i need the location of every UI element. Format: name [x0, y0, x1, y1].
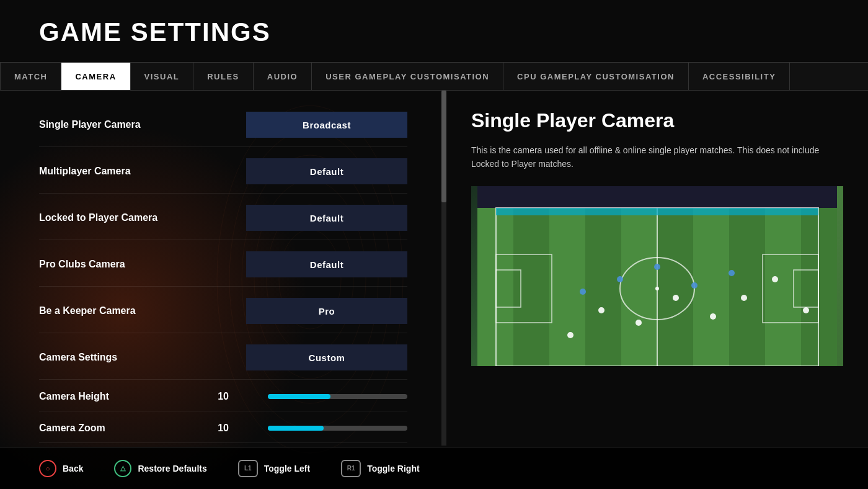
setting-row-single-player-camera: Single Player Camera Broadcast: [39, 103, 407, 147]
camera-preview: [471, 186, 843, 366]
info-title: Single Player Camera: [471, 109, 843, 132]
svg-rect-16: [729, 208, 765, 366]
bottom-action-back: ○ Back: [39, 460, 83, 477]
left-panel: Single Player Camera Broadcast Multiplay…: [0, 91, 446, 446]
bottom-action-toggle-left: L1 Toggle Left: [238, 460, 310, 477]
svg-point-35: [580, 289, 586, 295]
toggle-right-icon[interactable]: R1: [341, 460, 361, 477]
multiplayer-camera-dropdown[interactable]: Default: [246, 158, 407, 184]
camera-zoom-slider[interactable]: [268, 426, 407, 431]
setting-row-camera-settings: Camera Settings Custom: [39, 336, 407, 380]
svg-rect-15: [693, 208, 729, 366]
svg-rect-17: [765, 208, 801, 366]
svg-rect-14: [657, 208, 693, 366]
camera-settings-label: Camera Settings: [39, 352, 175, 363]
camera-height-slider[interactable]: [268, 394, 407, 399]
multiplayer-camera-label: Multiplayer Camera: [39, 166, 175, 177]
setting-row-be-a-keeper-camera: Be a Keeper Camera Pro: [39, 289, 407, 333]
tab-camera[interactable]: CAMERA: [61, 63, 130, 90]
camera-height-label: Camera Height: [39, 391, 175, 402]
locked-to-player-camera-label: Locked to Player Camera: [39, 212, 175, 223]
bottom-bar: ○ Back △ Restore Defaults L1 Toggle Left…: [0, 447, 868, 489]
svg-point-36: [617, 276, 623, 282]
camera-zoom-value: 10: [207, 423, 229, 434]
toggle-left-label: Toggle Left: [264, 464, 310, 473]
camera-height-value: 10: [207, 391, 229, 402]
camera-settings-dropdown[interactable]: Custom: [246, 344, 407, 370]
svg-point-34: [803, 307, 809, 313]
tab-cpu-gameplay[interactable]: CPU GAMEPLAY CUSTOMISATION: [503, 63, 689, 90]
pro-clubs-camera-control: Default: [246, 251, 407, 277]
single-player-camera-label: Single Player Camera: [39, 119, 175, 130]
info-description: This is the camera used for all offline …: [471, 143, 831, 171]
tab-bar: MATCH CAMERA VISUAL RULES AUDIO USER GAM…: [0, 62, 868, 91]
main-content: Single Player Camera Broadcast Multiplay…: [0, 91, 868, 446]
bottom-action-toggle-right: R1 Toggle Right: [341, 460, 420, 477]
svg-point-32: [741, 295, 747, 301]
restore-defaults-icon[interactable]: △: [114, 460, 131, 477]
svg-point-28: [598, 307, 604, 313]
tab-audio[interactable]: AUDIO: [254, 63, 312, 90]
svg-rect-12: [585, 208, 621, 366]
multiplayer-camera-control: Default: [246, 158, 407, 184]
camera-height-fill: [268, 394, 330, 399]
tab-match[interactable]: MATCH: [0, 63, 61, 90]
camera-zoom-label: Camera Zoom: [39, 423, 175, 434]
setting-row-pro-clubs-camera: Pro Clubs Camera Default: [39, 243, 407, 287]
svg-point-37: [654, 264, 660, 270]
right-panel: Single Player Camera This is the camera …: [446, 91, 868, 446]
svg-point-39: [728, 270, 735, 276]
bottom-action-restore-defaults: △ Restore Defaults: [114, 460, 206, 477]
svg-point-27: [567, 332, 574, 338]
pro-clubs-camera-dropdown[interactable]: Default: [246, 251, 407, 277]
tab-accessibility[interactable]: ACCESSIBILITY: [689, 63, 790, 90]
locked-to-player-camera-dropdown[interactable]: Default: [246, 205, 407, 231]
svg-point-31: [710, 313, 716, 320]
svg-point-30: [673, 295, 679, 301]
be-a-keeper-camera-label: Be a Keeper Camera: [39, 305, 175, 316]
camera-settings-control: Custom: [246, 344, 407, 370]
be-a-keeper-camera-control: Pro: [246, 298, 407, 324]
pro-clubs-camera-label: Pro Clubs Camera: [39, 259, 175, 270]
toggle-left-icon[interactable]: L1: [238, 460, 258, 477]
svg-rect-13: [621, 208, 657, 366]
svg-point-38: [691, 282, 698, 289]
single-player-camera-control: Broadcast: [246, 112, 407, 138]
back-button-icon[interactable]: ○: [39, 460, 56, 477]
field-svg: [471, 186, 843, 366]
camera-zoom-fill: [268, 426, 324, 431]
be-a-keeper-camera-dropdown[interactable]: Pro: [246, 298, 407, 324]
tab-rules[interactable]: RULES: [193, 63, 254, 90]
page-title: GAME SETTINGS: [39, 17, 271, 47]
scroll-thumb: [441, 91, 446, 202]
single-player-camera-dropdown[interactable]: Broadcast: [246, 112, 407, 138]
svg-rect-10: [513, 208, 549, 366]
locked-to-player-camera-control: Default: [246, 205, 407, 231]
toggle-right-label: Toggle Right: [367, 464, 420, 473]
tab-visual[interactable]: VISUAL: [131, 63, 194, 90]
svg-point-33: [772, 276, 778, 282]
svg-point-29: [636, 320, 642, 326]
restore-defaults-label: Restore Defaults: [138, 464, 206, 473]
tab-user-gameplay[interactable]: USER GAMEPLAY CUSTOMISATION: [312, 63, 503, 90]
back-button-label: Back: [63, 464, 83, 473]
setting-row-multiplayer-camera: Multiplayer Camera Default: [39, 150, 407, 194]
scroll-indicator[interactable]: [441, 91, 446, 446]
setting-row-locked-to-player-camera: Locked to Player Camera Default: [39, 196, 407, 240]
slider-row-camera-zoom: Camera Zoom 10: [39, 414, 407, 443]
svg-rect-40: [496, 208, 818, 215]
slider-row-camera-height: Camera Height 10: [39, 382, 407, 411]
svg-rect-11: [549, 208, 585, 366]
svg-point-22: [655, 287, 659, 290]
